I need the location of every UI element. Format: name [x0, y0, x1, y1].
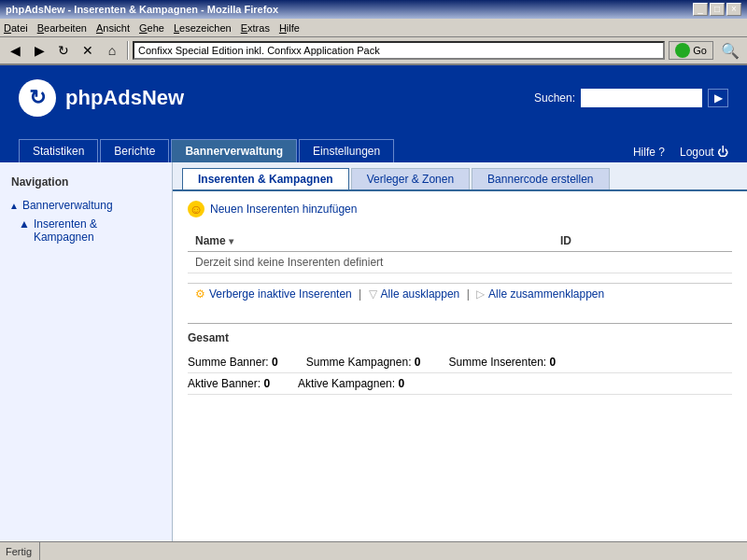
arrow-icon-sub: ▲	[19, 217, 30, 231]
content-body: ☺ Neuen Inserenten hinzufügen Name ▾ ID …	[173, 191, 747, 404]
hide-inactive-link[interactable]: Verberge inaktive Inserenten	[209, 287, 352, 301]
toolbar-sep	[127, 41, 129, 60]
forward-btn[interactable]: ▶	[28, 40, 50, 61]
menu-bearbeiten[interactable]: Bearbeiten	[37, 22, 87, 34]
expand-all-link[interactable]: Alle ausklappen	[381, 287, 460, 301]
statusbar: Fertig	[0, 541, 747, 560]
logout-link[interactable]: Logout ⏻	[680, 146, 728, 159]
totals-section: Gesamt Summe Banner: 0 Summe Kampagnen: …	[188, 323, 732, 395]
search-input[interactable]	[581, 89, 702, 107]
address-bar: Go 🔍	[133, 41, 743, 60]
home-btn[interactable]: ⌂	[101, 40, 123, 61]
menubar: Datei Bearbeiten Ansicht Gehe Lesezeiche…	[0, 19, 747, 37]
sidebar-item-bannerverwaltung[interactable]: ▲ Bannerverwaltung	[0, 196, 172, 215]
tab-statistiken[interactable]: Statistiken	[19, 139, 98, 162]
titlebar: phpAdsNew - Inserenten & Kampagnen - Moz…	[0, 0, 747, 19]
menu-lesezeichen[interactable]: Lesezeichen	[174, 22, 232, 34]
go-label: Go	[693, 45, 707, 56]
add-inserent-link[interactable]: ☺ Neuen Inserenten hinzufügen	[188, 201, 732, 217]
aktive-banner: Aktive Banner: 0	[188, 377, 270, 390]
reload-btn[interactable]: ↻	[52, 40, 75, 61]
app-header: phpAdsNew Suchen: ▶	[0, 65, 747, 131]
empty-message: Derzeit sind keine Inserenten definiert	[188, 252, 732, 273]
totals-row-1: Summe Banner: 0 Summe Kampagnen: 0 Summe…	[188, 352, 732, 373]
tab-einstellungen[interactable]: Einstellungen	[299, 139, 394, 162]
action-separator: |	[356, 287, 365, 301]
nav-tabs-right: Hilfe ? Logout ⏻	[633, 146, 728, 162]
go-circle-icon	[675, 43, 690, 58]
search-label: Suchen:	[534, 91, 575, 105]
nav-tabs-left: Statistiken Berichte Bannerverwaltung Ei…	[19, 139, 394, 162]
menu-datei[interactable]: Datei	[4, 22, 28, 34]
action-separator2: |	[463, 287, 472, 301]
statusbar-text: Fertig	[6, 542, 40, 560]
hide-inactive-label: Verberge inaktive Inserenten	[209, 287, 352, 301]
close-btn[interactable]: ×	[726, 3, 741, 16]
logo-icon	[19, 79, 56, 117]
menu-extras[interactable]: Extras	[241, 22, 270, 34]
tab-bannerverwaltung[interactable]: Bannerverwaltung	[171, 139, 297, 162]
add-icon: ☺	[188, 201, 204, 217]
arrow-icon: ▲	[9, 201, 19, 211]
collapse-all-label: Alle zusammenklappen	[488, 287, 604, 301]
main-container: Navigation ▲ Bannerverwaltung ▲ Inserent…	[0, 162, 747, 541]
address-input[interactable]	[133, 41, 665, 60]
sub-tab-inserenten[interactable]: Inserenten & Kampagnen	[182, 168, 349, 189]
back-btn[interactable]: ◀	[4, 40, 26, 61]
nav-tabs: Statistiken Berichte Bannerverwaltung Ei…	[0, 131, 747, 162]
content-area: Inserenten & Kampagnen Verleger & Zonen …	[173, 162, 747, 541]
summe-banner: Summe Banner: 0	[188, 356, 278, 369]
app-logo: phpAdsNew	[0, 70, 203, 126]
statusbar-label: Fertig	[6, 546, 32, 557]
tab-berichte[interactable]: Berichte	[100, 139, 169, 162]
titlebar-buttons: _ □ ×	[693, 3, 741, 16]
sidebar: Navigation ▲ Bannerverwaltung ▲ Inserent…	[0, 162, 173, 541]
sub-tab-verleger[interactable]: Verleger & Zonen	[351, 168, 470, 189]
collapse-icon: ▷	[476, 287, 485, 301]
action-bar: ⚙ Verberge inaktive Inserenten | ▽ Alle …	[188, 283, 732, 304]
menu-gehe[interactable]: Gehe	[139, 22, 164, 34]
sub-tab-bannercode[interactable]: Bannercode erstellen	[472, 168, 609, 189]
search-button[interactable]: ▶	[708, 89, 728, 107]
sub-tabs: Inserenten & Kampagnen Verleger & Zonen …	[173, 162, 747, 191]
sidebar-item-label: Bannerverwaltung	[22, 199, 113, 212]
table-row-empty: Derzeit sind keine Inserenten definiert	[188, 252, 732, 273]
expand-all-label: Alle ausklappen	[381, 287, 460, 301]
sidebar-sub-item-label: Inserenten &Kampagnen	[34, 217, 97, 244]
titlebar-title: phpAdsNew - Inserenten & Kampagnen - Moz…	[6, 4, 278, 15]
summe-inserenten: Summe Inserenten: 0	[448, 356, 556, 369]
totals-row-2: Aktive Banner: 0 Aktive Kampagnen: 0	[188, 373, 732, 395]
logo-text: phpAdsNew	[65, 86, 184, 110]
sidebar-title: Navigation	[0, 172, 172, 196]
totals-title: Gesamt	[188, 331, 732, 344]
aktive-kampagnen: Aktive Kampagnen: 0	[298, 377, 404, 390]
menu-hilfe[interactable]: Hilfe	[279, 22, 300, 34]
collapse-all-link[interactable]: Alle zusammenklappen	[488, 287, 604, 301]
col-id: ID	[553, 231, 732, 252]
stop-btn[interactable]: ✕	[77, 40, 99, 61]
header-search: Suchen: ▶	[515, 79, 747, 117]
hide-icon: ⚙	[195, 287, 205, 301]
sort-arrow-icon: ▾	[229, 236, 233, 246]
col-name[interactable]: Name ▾	[188, 231, 553, 252]
menu-ansicht[interactable]: Ansicht	[96, 22, 130, 34]
expand-icon: ▽	[369, 287, 377, 301]
data-table: Name ▾ ID Derzeit sind keine Inserenten …	[188, 231, 732, 273]
sidebar-item-inserenten[interactable]: ▲ Inserenten &Kampagnen	[0, 215, 172, 246]
hilfe-link[interactable]: Hilfe ?	[633, 146, 665, 159]
minimize-btn[interactable]: _	[693, 3, 708, 16]
search-icon[interactable]: 🔍	[717, 40, 743, 61]
toolbar: ◀ ▶ ↻ ✕ ⌂ Go 🔍	[0, 37, 747, 65]
add-inserent-label: Neuen Inserenten hinzufügen	[210, 203, 357, 216]
summe-kampagnen: Summe Kampagnen: 0	[306, 356, 421, 369]
go-button[interactable]: Go	[669, 41, 713, 60]
maximize-btn[interactable]: □	[710, 3, 725, 16]
